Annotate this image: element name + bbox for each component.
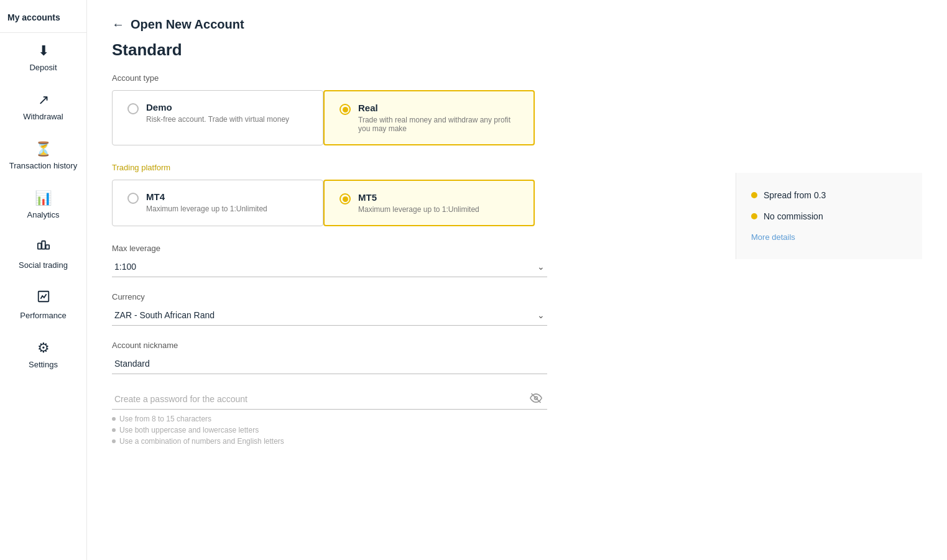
back-button[interactable]: ← Open New Account bbox=[112, 17, 922, 32]
mt5-title: MT5 bbox=[358, 192, 479, 203]
info-spread-text: Spread from 0.3 bbox=[764, 190, 826, 200]
hint-dot bbox=[112, 439, 116, 443]
info-panel: Spread from 0.3 No commission More detai… bbox=[736, 173, 922, 259]
page-title: Standard bbox=[112, 40, 922, 60]
settings-icon: ⚙ bbox=[37, 340, 50, 356]
sidebar-item-withdrawal[interactable]: ↗ Withdrawal bbox=[0, 82, 86, 131]
sidebar-item-label: Deposit bbox=[29, 63, 57, 72]
chevron-down-icon: ⌄ bbox=[537, 310, 545, 320]
withdrawal-icon: ↗ bbox=[38, 92, 49, 108]
sidebar-item-deposit[interactable]: ⬇ Deposit bbox=[0, 33, 86, 82]
max-leverage-select[interactable]: 1:100 ⌄ bbox=[112, 257, 547, 277]
deposit-icon: ⬇ bbox=[38, 43, 49, 59]
account-nickname-label: Account nickname bbox=[112, 341, 736, 350]
currency-field: Currency ZAR - South African Rand ⌄ bbox=[112, 292, 736, 326]
trading-platform-section: Trading platform MT4 Maximum leverage up… bbox=[112, 163, 736, 226]
svg-rect-2 bbox=[45, 245, 49, 249]
sidebar-item-settings[interactable]: ⚙ Settings bbox=[0, 330, 86, 379]
demo-radio[interactable] bbox=[127, 103, 139, 114]
info-commission-text: No commission bbox=[764, 211, 823, 221]
account-type-section: Account type Demo Risk-free account. Tra… bbox=[112, 73, 736, 145]
info-dot bbox=[751, 192, 757, 198]
hint-item: Use from 8 to 15 characters bbox=[112, 415, 736, 423]
sidebar-item-label: Transaction history bbox=[9, 161, 77, 170]
svg-rect-0 bbox=[37, 243, 41, 249]
password-field: Use from 8 to 15 characters Use both upp… bbox=[112, 389, 736, 446]
sidebar-item-my-accounts[interactable]: My accounts bbox=[0, 6, 86, 33]
sidebar-item-label: Settings bbox=[29, 360, 58, 369]
mt5-desc: Maximum leverage up to 1:Unlimited bbox=[358, 205, 479, 214]
more-details-link[interactable]: More details bbox=[751, 232, 907, 242]
currency-value: ZAR - South African Rand bbox=[114, 310, 215, 320]
performance-icon bbox=[37, 290, 50, 307]
account-type-label: Account type bbox=[112, 73, 736, 83]
password-hints: Use from 8 to 15 characters Use both upp… bbox=[112, 415, 736, 446]
hint-dot bbox=[112, 417, 116, 421]
mt5-option[interactable]: MT5 Maximum leverage up to 1:Unlimited bbox=[323, 180, 535, 226]
hint-item: Use a combination of numbers and English… bbox=[112, 437, 736, 446]
max-leverage-label: Max leverage bbox=[112, 244, 736, 253]
sidebar-item-social-trading[interactable]: Social trading bbox=[0, 229, 86, 280]
mt4-desc: Maximum leverage up to 1:Unlimited bbox=[146, 204, 267, 213]
hint-text: Use from 8 to 15 characters bbox=[119, 415, 211, 423]
info-item-spread: Spread from 0.3 bbox=[751, 190, 907, 200]
sidebar-item-label: Withdrawal bbox=[23, 112, 63, 121]
info-dot bbox=[751, 213, 757, 219]
password-input[interactable] bbox=[112, 389, 547, 410]
demo-desc: Risk-free account. Trade with virtual mo… bbox=[146, 115, 289, 124]
max-leverage-value: 1:100 bbox=[114, 262, 136, 272]
sidebar-item-performance[interactable]: Performance bbox=[0, 280, 86, 330]
mt5-radio[interactable] bbox=[340, 193, 351, 204]
account-nickname-field: Account nickname bbox=[112, 341, 736, 374]
currency-select[interactable]: ZAR - South African Rand ⌄ bbox=[112, 305, 547, 326]
transaction-history-icon: ⏳ bbox=[35, 141, 52, 157]
account-nickname-input[interactable] bbox=[112, 354, 547, 374]
sidebar-item-transaction-history[interactable]: ⏳ Transaction history bbox=[0, 131, 86, 180]
sidebar-item-analytics[interactable]: 📊 Analytics bbox=[0, 180, 86, 229]
sidebar-item-label: Performance bbox=[20, 311, 66, 320]
max-leverage-field: Max leverage 1:100 ⌄ bbox=[112, 244, 736, 277]
hint-item: Use both uppercase and lowercase letters bbox=[112, 426, 736, 434]
demo-option[interactable]: Demo Risk-free account. Trade with virtu… bbox=[112, 90, 323, 145]
analytics-icon: 📊 bbox=[35, 190, 52, 206]
main-content: ← Open New Account Standard Account type… bbox=[87, 0, 947, 560]
sidebar: My accounts ⬇ Deposit ↗ Withdrawal ⏳ Tra… bbox=[0, 0, 87, 560]
account-type-options: Demo Risk-free account. Trade with virtu… bbox=[112, 90, 736, 145]
hint-dot bbox=[112, 428, 116, 432]
mt4-title: MT4 bbox=[146, 191, 267, 202]
back-arrow-icon: ← bbox=[112, 17, 124, 32]
real-option[interactable]: Real Trade with real money and withdraw … bbox=[323, 90, 535, 145]
mt4-radio[interactable] bbox=[127, 193, 139, 204]
open-new-account-label: Open New Account bbox=[131, 17, 244, 32]
real-desc: Trade with real money and withdraw any p… bbox=[358, 116, 519, 133]
social-trading-icon bbox=[37, 239, 50, 257]
hint-text: Use both uppercase and lowercase letters bbox=[119, 426, 259, 434]
eye-icon[interactable] bbox=[530, 392, 542, 407]
svg-rect-1 bbox=[42, 241, 45, 249]
password-wrapper bbox=[112, 389, 547, 410]
trading-platform-label: Trading platform bbox=[112, 163, 736, 172]
currency-label: Currency bbox=[112, 292, 736, 301]
sidebar-item-label: Social trading bbox=[19, 260, 68, 270]
real-radio[interactable] bbox=[340, 104, 351, 115]
demo-title: Demo bbox=[146, 102, 289, 112]
chevron-down-icon: ⌄ bbox=[537, 262, 545, 272]
mt4-option[interactable]: MT4 Maximum leverage up to 1:Unlimited bbox=[112, 180, 323, 226]
real-title: Real bbox=[358, 103, 519, 113]
trading-platform-options: MT4 Maximum leverage up to 1:Unlimited M… bbox=[112, 180, 736, 226]
hint-text: Use a combination of numbers and English… bbox=[119, 437, 284, 446]
sidebar-item-label: Analytics bbox=[27, 210, 59, 219]
info-item-commission: No commission bbox=[751, 211, 907, 221]
